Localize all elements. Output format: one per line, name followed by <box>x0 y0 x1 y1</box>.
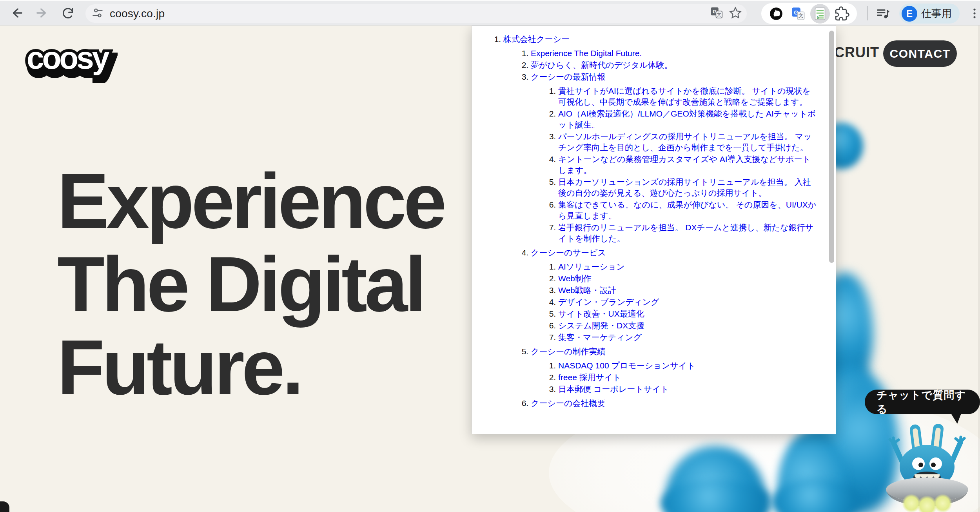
outline-link[interactable]: 岩手銀行のリニューアルを担当。 DXチームと連携し、新たな銀行サイトを制作した。 <box>558 223 813 243</box>
outline-item: 夢がひらく、新時代のデジタル体験。 <box>531 60 818 71</box>
popup-scrollbar-thumb[interactable] <box>829 31 834 263</box>
outline-item: AIO（AI検索最適化）/LLMO／GEO対策機能を搭載した AIチャットボット… <box>558 108 818 130</box>
page-scrollbar-track[interactable] <box>978 26 980 512</box>
outline-link[interactable]: クーシーのサービス <box>531 248 606 257</box>
outline-item: Web制作 <box>558 273 818 284</box>
outline-link[interactable]: クーシーの会社概要 <box>531 399 605 408</box>
outline-link[interactable]: 集客・マーケティング <box>558 333 642 342</box>
chat-button-label: チャットで質問する <box>877 388 968 416</box>
nav-item-recruit[interactable]: CRUIT <box>834 44 879 61</box>
translate-icon[interactable]: G 文 <box>709 5 724 22</box>
svg-text:文: 文 <box>799 13 803 18</box>
outline-item: 集客・マーケティング <box>558 332 818 343</box>
outline-link[interactable]: 集客はできている。なのに、成果が伸びない。 その原因を、UI/UXから見直します… <box>558 200 816 220</box>
media-controls-icon[interactable] <box>873 4 892 23</box>
toolbar-divider <box>867 6 868 20</box>
outline-item: 貴社サイトがAIに選ばれるサイトかを徹底に診断。 サイトの現状を可視化し、中長期… <box>558 86 818 108</box>
outline-item: クーシーのサービスAIソリューションWeb制作Web戦略・設計デザイン・ブランデ… <box>531 247 818 343</box>
outline-item: 集客はできている。なのに、成果が伸びない。 その原因を、UI/UXから見直します… <box>558 199 818 221</box>
outline-link[interactable]: Web戦略・設計 <box>558 286 616 295</box>
outline-link[interactable]: freee 採用サイト <box>558 373 621 382</box>
outline-link[interactable]: AIソリューション <box>558 262 625 271</box>
outline-item: システム開発・DX支援 <box>558 320 818 331</box>
translate-extension-icon[interactable]: G 文 <box>788 4 808 24</box>
bottom-corner-widget[interactable] <box>0 501 9 512</box>
forward-icon[interactable] <box>33 4 52 22</box>
chat-bubble-tail <box>951 414 961 424</box>
bookmark-star-icon[interactable] <box>728 5 743 22</box>
extensions-puzzle-icon[interactable] <box>832 4 852 24</box>
outline-item: NASDAQ 100 プロモーションサイト <box>558 360 818 371</box>
outline-item: クーシーの制作実績NASDAQ 100 プロモーションサイトfreee 採用サイ… <box>531 346 818 395</box>
outline-item: freee 採用サイト <box>558 372 818 383</box>
outline-item: 日本カーソリューションズの採用サイトリニューアルを担当。 入社後の自分の姿が見え… <box>558 177 818 199</box>
svg-text:文: 文 <box>717 12 721 17</box>
outline-link[interactable]: Web制作 <box>558 274 592 283</box>
url-text[interactable]: coosy.co.jp <box>110 7 165 20</box>
outline-link[interactable]: 貴社サイトがAIに選ばれるサイトかを徹底に診断。 サイトの現状を可視化し、中長期… <box>558 86 811 106</box>
outline-item: 日本郵便 コーポレートサイト <box>558 384 818 395</box>
outline-link[interactable]: デザイン・ブランディング <box>558 297 659 306</box>
outline-link[interactable]: AIO（AI検索最適化）/LLMO／GEO対策機能を搭載した AIチャットボット… <box>558 109 816 129</box>
outline-link[interactable]: Experience The Digital Future. <box>531 49 642 58</box>
rabbit-ufo-mascot[interactable] <box>878 423 976 512</box>
extensions-pill: G 文 5 <box>761 3 857 24</box>
outline-item: サイト改善・UX最適化 <box>558 308 818 319</box>
outline-link[interactable]: 日本カーソリューションズの採用サイトリニューアルを担当。 入社後の自分の姿が見え… <box>558 177 811 197</box>
outline-link[interactable]: パーソルホールディングスの採用サイトリニューアルを担当。 マッチング率向上を目的… <box>558 132 812 152</box>
chat-button[interactable]: チャットで質問する <box>865 390 980 414</box>
outline-link[interactable]: サイト改善・UX最適化 <box>558 309 644 318</box>
browser-toolbar: coosy.co.jp G 文 <box>0 0 980 26</box>
outline-link[interactable]: 夢がひらく、新時代のデジタル体験。 <box>531 60 672 69</box>
profile-avatar: E <box>902 6 917 22</box>
popup-scrollbar[interactable] <box>829 27 835 432</box>
outline-link[interactable]: クーシーの制作実績 <box>531 347 605 356</box>
contact-button[interactable]: CONTACT <box>883 40 957 67</box>
address-bar[interactable]: coosy.co.jp G 文 <box>85 4 747 23</box>
ufo-lights <box>902 494 952 512</box>
outline-extension-icon[interactable]: 5 <box>810 4 830 24</box>
outline-link[interactable]: 株式会社クーシー <box>503 35 570 44</box>
cat-extension-icon[interactable] <box>766 4 786 24</box>
outline-link[interactable]: NASDAQ 100 プロモーションサイト <box>558 361 695 370</box>
outline-item: 岩手銀行のリニューアルを担当。 DXチームと連携し、新たな銀行サイトを制作した。 <box>558 222 818 244</box>
outline-item: パーソルホールディングスの採用サイトリニューアルを担当。 マッチング率向上を目的… <box>558 131 818 153</box>
outline-item: キントーンなどの業務管理カスタマイズや AI導入支援などサポートします。 <box>558 154 818 176</box>
outline-item: AIソリューション <box>558 261 818 272</box>
outline-link[interactable]: システム開発・DX支援 <box>558 321 644 330</box>
outline-link[interactable]: クーシーの最新情報 <box>531 72 605 81</box>
outline-list-root: 株式会社クーシーExperience The Digital Future.夢が… <box>476 34 818 409</box>
menu-dots-icon[interactable] <box>965 4 980 23</box>
outline-link[interactable]: 日本郵便 コーポレートサイト <box>558 384 669 394</box>
screenshot-root: { "browser": { "url": "coosy.co.jp", "pr… <box>0 0 980 512</box>
outline-link[interactable]: キントーンなどの業務管理カスタマイズや AI導入支援などサポートします。 <box>558 155 811 175</box>
outline-item: デザイン・ブランディング <box>558 297 818 308</box>
profile-name: 仕事用 <box>921 7 952 20</box>
outline-popup: 株式会社クーシーExperience The Digital Future.夢が… <box>472 26 836 434</box>
outline-item: 株式会社クーシーExperience The Digital Future.夢が… <box>503 34 818 409</box>
reload-icon[interactable] <box>59 4 78 22</box>
profile-chip[interactable]: E 仕事用 <box>899 4 960 24</box>
outline-item: Web戦略・設計 <box>558 285 818 296</box>
svg-text:5: 5 <box>817 15 819 19</box>
back-icon[interactable] <box>7 4 26 22</box>
outline-item: Experience The Digital Future. <box>531 48 818 59</box>
site-settings-icon[interactable] <box>91 6 104 21</box>
outline-item: クーシーの会社概要 <box>531 398 818 409</box>
outline-item: クーシーの最新情報貴社サイトがAIに選ばれるサイトかを徹底に診断。 サイトの現状… <box>531 71 818 244</box>
